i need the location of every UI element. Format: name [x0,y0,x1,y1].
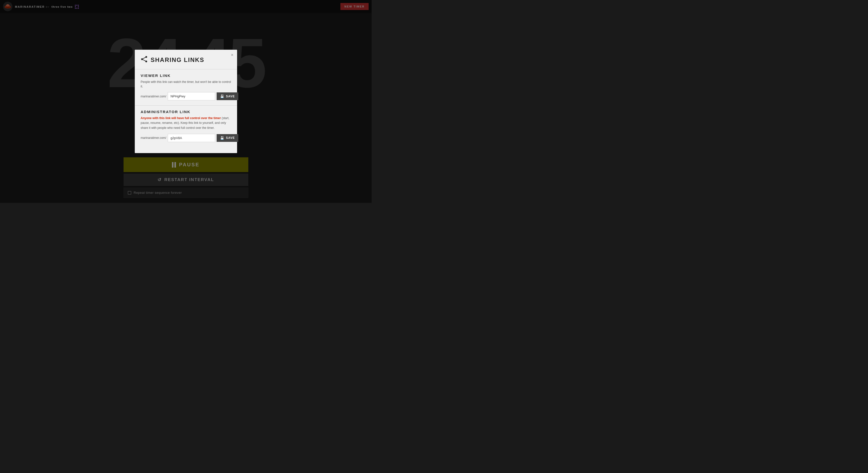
viewer-save-icon: 💾 [220,94,224,98]
viewer-save-button[interactable]: 💾 SAVE [217,92,238,100]
modal-title: SHARING LINKS [151,56,205,63]
viewer-link-row: marinaratimer.com/ 💾 SAVE [141,92,231,100]
viewer-save-label: SAVE [226,95,235,98]
viewer-link-description: People with this link can watch the time… [141,80,231,89]
modal-divider [135,69,237,69]
share-icon [141,56,148,64]
admin-link-input[interactable] [168,134,215,142]
viewer-link-input[interactable] [168,92,215,100]
admin-link-row: marinaratimer.com/ 💾 SAVE [141,134,231,142]
admin-save-button[interactable]: 💾 SAVE [217,134,238,142]
viewer-link-title: VIEWER LINK [141,73,231,78]
admin-warning-red-text: Anyone with this link will have full con… [141,116,221,120]
sharing-links-modal: × SHARING LINKS VIEWER LINK People with … [135,50,237,153]
admin-link-title: ADMINISTRATOR LINK [141,110,231,114]
admin-warning: Anyone with this link will have full con… [141,116,231,130]
viewer-link-section: VIEWER LINK People with this link can wa… [141,73,231,100]
svg-line-15 [142,59,146,61]
modal-close-button[interactable]: × [231,53,234,57]
modal-overlay[interactable]: × SHARING LINKS VIEWER LINK People with … [0,0,372,203]
admin-save-label: SAVE [226,136,235,140]
admin-link-section: ADMINISTRATOR LINK Anyone with this link… [141,110,231,142]
svg-line-14 [142,57,146,59]
admin-link-prefix: marinaratimer.com/ [141,136,166,140]
viewer-link-prefix: marinaratimer.com/ [141,95,166,98]
modal-title-row: SHARING LINKS [141,56,231,64]
admin-save-icon: 💾 [220,136,224,140]
